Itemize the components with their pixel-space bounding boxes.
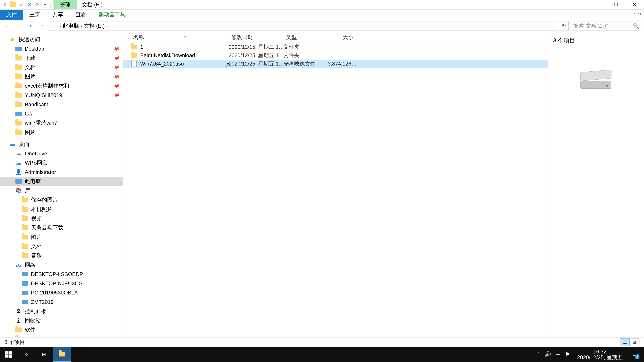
clock[interactable]: 16:32 2020/12/25, 星期五 <box>574 349 625 360</box>
nav-item[interactable]: 文档📌 <box>0 63 123 72</box>
gear-icon[interactable]: ⚙ <box>34 1 40 8</box>
crumb-drive-e[interactable]: 文档 (E:) <box>82 22 106 29</box>
nav-label: G:\ <box>25 111 32 117</box>
nav-item[interactable]: 🖧网络 <box>0 260 123 270</box>
nav-item[interactable]: PC-20190530OBLA <box>0 288 123 297</box>
nav-item[interactable]: 下载📌 <box>0 53 123 63</box>
volume-icon[interactable]: 🔊 <box>544 351 551 358</box>
start-button[interactable] <box>0 347 18 362</box>
svg-rect-3 <box>9 355 12 358</box>
nav-label: DESKTOP-LSSOEDP <box>31 271 83 277</box>
nav-item[interactable]: 软件 <box>0 325 123 335</box>
ime-icon[interactable]: 中 <box>556 351 561 358</box>
nav-item[interactable]: G:\ <box>0 109 123 118</box>
column-size[interactable]: 大小 <box>328 34 356 41</box>
check-icon[interactable]: ✓ <box>18 1 25 8</box>
action-center-button[interactable]: ▭ 3 <box>630 349 640 360</box>
drive-icon <box>21 280 28 287</box>
nav-item[interactable]: 本机照片 <box>0 205 123 214</box>
nav-item[interactable]: 视频 <box>0 214 123 223</box>
file-row[interactable]: BaiduNetdiskDownload2020/12/25, 星期五 1…文件… <box>124 51 548 60</box>
nav-label: 本机照片 <box>31 206 52 213</box>
search-taskbar-button[interactable]: ○ <box>18 347 35 362</box>
file-row[interactable]: 12020/12/15, 星期二 1…文件夹 <box>124 43 548 51</box>
nav-item[interactable]: Bandicam <box>0 100 123 109</box>
navigation-pane[interactable]: ★ 快速访问 Desktop📌下载📌文档📌图片📌excel表格制作求和📌YUNQ… <box>0 32 124 337</box>
star-icon: ★ <box>9 36 16 43</box>
nav-item[interactable]: 保存的图片 <box>0 195 123 204</box>
up-button[interactable]: ↑ <box>37 21 47 31</box>
nav-item[interactable]: 文件 <box>0 335 123 337</box>
flag-icon[interactable]: ⚑ <box>565 351 570 358</box>
nav-item[interactable]: 👤Administrator <box>0 167 123 177</box>
nav-item[interactable]: ☁OneDrive <box>0 149 123 158</box>
folder-icon <box>15 64 22 71</box>
nav-item[interactable]: 音乐 <box>0 251 123 260</box>
maximize-button[interactable]: ☐ <box>607 0 626 9</box>
chevron-right-icon[interactable]: › <box>106 23 108 28</box>
tab-drive-tools[interactable]: 驱动器工具 <box>92 10 132 19</box>
file-row[interactable]: Win7x64_2020.iso2020/12/25, 星期五 1…光盘映像文件… <box>124 60 548 68</box>
nav-item[interactable]: ☁WPS网盘 <box>0 158 123 167</box>
file-list-pane: 名称 ˄ 修改日期 类型 大小 12020/12/15, 星期二 1…文件夹Ba… <box>124 32 548 337</box>
column-name[interactable]: 名称 ˄ <box>130 34 228 41</box>
nav-item[interactable]: 📚库 <box>0 186 123 195</box>
refresh-button[interactable]: ↻ <box>559 21 569 31</box>
close-blue-icon[interactable]: ✕ <box>26 1 33 8</box>
back-button[interactable]: ← <box>3 21 12 31</box>
tab-file[interactable]: 文件 <box>0 10 23 19</box>
recent-locations-icon[interactable]: ▾ <box>26 21 36 31</box>
file-rows[interactable]: 12020/12/15, 星期二 1…文件夹BaiduNetdiskDownlo… <box>124 43 548 337</box>
nav-item[interactable]: DESKTOP-NJEU3CG <box>0 279 123 288</box>
details-view-button[interactable]: ☰ <box>620 338 630 346</box>
pin-icon: 📌 <box>112 63 120 71</box>
explorer-taskbar-button[interactable] <box>53 347 70 362</box>
column-type[interactable]: 类型 <box>284 34 328 41</box>
separator <box>50 2 51 8</box>
crumb-this-pc[interactable]: 此电脑 <box>61 22 81 29</box>
tab-home[interactable]: 主页 <box>23 10 46 19</box>
minimize-button[interactable]: — <box>588 0 607 9</box>
chevron-right-icon[interactable]: › <box>81 23 82 28</box>
nav-item[interactable]: ZMT2019 <box>0 298 123 307</box>
nav-item[interactable]: 天翼云盘下载 <box>0 223 123 232</box>
tab-view[interactable]: 查看 <box>69 10 92 19</box>
pin-icon: 📌 <box>112 45 120 53</box>
nav-item[interactable]: 图片📌 <box>0 72 123 81</box>
forward-button[interactable]: → <box>14 21 24 31</box>
nav-item[interactable]: Desktop📌 <box>0 44 123 53</box>
task-view-button[interactable]: ⊞ <box>36 347 53 362</box>
contextual-tab-manage[interactable]: 管理 <box>54 0 77 9</box>
nav-item[interactable]: DESKTOP-LSSOEDP <box>0 270 123 279</box>
app-icon[interactable]: ⎘ <box>2 1 9 8</box>
address-dropdown-icon[interactable]: ˅ <box>550 24 555 28</box>
search-icon[interactable]: 🔍 <box>632 23 639 29</box>
nav-desktop[interactable]: ▬ 桌面 <box>0 140 123 149</box>
ribbon-expand-icon[interactable]: ˅ <box>633 12 636 17</box>
nav-item[interactable]: win7重装win7 <box>0 118 123 128</box>
nav-item[interactable]: 图片 <box>0 232 123 242</box>
qat-dropdown-icon[interactable]: ▾ <box>42 1 49 8</box>
nav-item[interactable]: 此电脑 <box>0 177 123 186</box>
column-date[interactable]: 修改日期 <box>228 34 284 41</box>
search-input[interactable]: 搜索"文档 (E:)" 🔍 <box>570 21 641 31</box>
chevron-right-icon[interactable]: › <box>60 23 61 28</box>
help-icon[interactable]: ? <box>638 11 641 18</box>
nav-item[interactable]: excel表格制作求和📌 <box>0 81 123 90</box>
address-bar[interactable]: › 此电脑 › 文档 (E:) › ˅ <box>49 21 557 31</box>
folder-qat-icon[interactable] <box>10 1 17 8</box>
taskbar: ○ ⊞ ˄ 🔊 中 ⚑ 16:32 2020/12/25, 星期五 ▭ 3 <box>0 347 644 362</box>
nav-item[interactable]: 🗑回收站 <box>0 316 123 325</box>
tray-overflow-icon[interactable]: ˄ <box>537 351 540 358</box>
nav-label: excel表格制作求和 <box>25 82 70 89</box>
nav-item[interactable]: YUNQISHI2019📌 <box>0 91 123 100</box>
folder-icon <box>21 215 28 222</box>
nav-item[interactable]: 文档 <box>0 242 123 251</box>
nav-quick-access[interactable]: ★ 快速访问 <box>0 35 123 44</box>
nav-item[interactable]: ⚙控制面板 <box>0 307 123 316</box>
nav-item[interactable]: 图片 <box>0 128 123 137</box>
icons-view-button[interactable]: ▦ <box>630 338 640 346</box>
clock-date: 2020/12/25, 星期五 <box>577 355 623 360</box>
tab-share[interactable]: 共享 <box>46 10 70 19</box>
close-button[interactable]: ✕ <box>626 0 644 9</box>
